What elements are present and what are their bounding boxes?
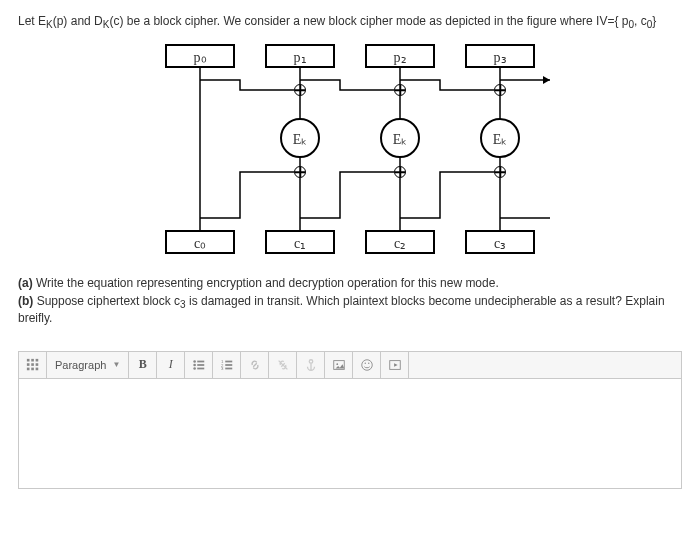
emoji-button[interactable] (353, 352, 381, 378)
svg-point-14 (193, 360, 196, 363)
intro-mid2: (c) be a block cipher. We consider a new… (109, 14, 628, 28)
svg-rect-15 (197, 360, 204, 362)
question-a-label: (a) (18, 276, 33, 290)
svg-marker-4 (543, 76, 550, 84)
numbered-list-button[interactable]: 123 (213, 352, 241, 378)
question-a: (a) Write the equation representing encr… (18, 276, 682, 290)
block-c3: c₃ (465, 230, 535, 254)
svg-rect-23 (225, 364, 232, 366)
svg-rect-10 (35, 363, 38, 366)
problem-intro: Let EK(p) and DK(c) be a block cipher. W… (18, 14, 682, 30)
bullet-list-icon (192, 358, 206, 372)
anchor-button[interactable] (297, 352, 325, 378)
embed-icon (388, 358, 402, 372)
svg-point-18 (193, 367, 196, 370)
svg-rect-9 (31, 363, 34, 366)
italic-icon: I (169, 357, 173, 372)
svg-rect-11 (26, 367, 29, 370)
chevron-down-icon: ▼ (112, 360, 120, 369)
svg-marker-32 (394, 363, 398, 367)
svg-rect-6 (31, 359, 34, 362)
anchor-icon (304, 358, 318, 372)
svg-rect-19 (197, 367, 204, 369)
svg-point-16 (193, 363, 196, 366)
intro-end: } (652, 14, 656, 28)
block-p2: p₂ (365, 44, 435, 68)
link-button[interactable] (241, 352, 269, 378)
svg-point-29 (364, 362, 365, 363)
block-p3: p₃ (465, 44, 535, 68)
svg-rect-17 (197, 364, 204, 366)
svg-rect-5 (26, 359, 29, 362)
paragraph-style-select[interactable]: Paragraph ▼ (47, 352, 129, 378)
questions-block: (a) Write the equation representing encr… (18, 276, 682, 324)
numbered-list-icon: 123 (220, 358, 234, 372)
question-a-text: Write the equation representing encrypti… (33, 276, 499, 290)
italic-button[interactable]: I (157, 352, 185, 378)
cipher-diagram: p₀ p₁ p₂ p₃ Eₖ Eₖ Eₖ c₀ c₁ c₂ c₃ (135, 40, 565, 260)
bullet-list-button[interactable] (185, 352, 213, 378)
block-c2: c₂ (365, 230, 435, 254)
editor-toolbar: Paragraph ▼ B I 123 (18, 351, 682, 379)
intro-mid3: , c (634, 14, 647, 28)
question-b-label: (b) (18, 294, 33, 308)
question-b: (b) Suppose ciphertext block c3 is damag… (18, 294, 682, 324)
svg-rect-21 (225, 360, 232, 362)
unlink-icon (276, 358, 290, 372)
image-icon (332, 358, 346, 372)
paragraph-style-label: Paragraph (55, 359, 106, 371)
block-c1: c₁ (265, 230, 335, 254)
unlink-button[interactable] (269, 352, 297, 378)
svg-rect-7 (35, 359, 38, 362)
answer-editor[interactable] (18, 379, 682, 489)
emoji-icon (360, 358, 374, 372)
embed-button[interactable] (381, 352, 409, 378)
bold-icon: B (139, 357, 147, 372)
image-button[interactable] (325, 352, 353, 378)
svg-text:3: 3 (221, 366, 224, 371)
svg-rect-13 (35, 367, 38, 370)
svg-rect-25 (225, 367, 232, 369)
block-p1: p₁ (265, 44, 335, 68)
toolbar-grid-button[interactable] (19, 352, 47, 378)
svg-rect-8 (26, 363, 29, 366)
intro-mid1: (p) and D (53, 14, 103, 28)
question-b-text-pre: Suppose ciphertext block c (33, 294, 180, 308)
intro-sub1: K (46, 19, 53, 30)
bold-button[interactable]: B (129, 352, 157, 378)
intro-pre: Let E (18, 14, 46, 28)
svg-point-27 (336, 363, 338, 365)
block-p0: p₀ (165, 44, 235, 68)
svg-rect-12 (31, 367, 34, 370)
block-c0: c₀ (165, 230, 235, 254)
link-icon (248, 358, 262, 372)
svg-point-30 (368, 362, 369, 363)
grid-icon (26, 358, 40, 372)
svg-point-28 (362, 360, 373, 371)
